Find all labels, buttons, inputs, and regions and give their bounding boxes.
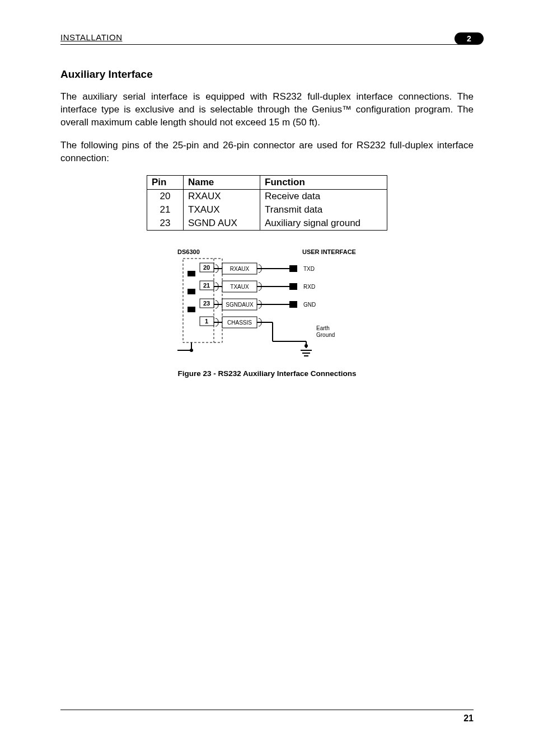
diagram-svg: DS6300 USER INTERFACE 20 21 23 1 <box>161 246 373 364</box>
pin-table: Pin Name Function 20 RXAUX Receive data … <box>147 175 387 231</box>
page-number: 21 <box>463 713 474 723</box>
signal-sgndaux: SGNDAUX <box>222 299 257 310</box>
remote-pad-gnd <box>289 301 297 308</box>
svg-point-35 <box>305 344 308 348</box>
chapter-badge: 2 <box>455 32 484 45</box>
cell-func: Receive data <box>260 189 387 203</box>
col-pin-header: Pin <box>147 175 184 189</box>
remote-label-gnd: GND <box>303 302 316 308</box>
cell-name: SGND AUX <box>184 217 260 231</box>
svg-rect-12 <box>188 307 195 312</box>
table-row: 20 RXAUX Receive data <box>147 189 387 203</box>
earth-label-1: Earth <box>316 325 330 331</box>
remote-label-rxd: RXD <box>303 284 315 290</box>
page-header: INSTALLATION <box>60 32 474 45</box>
diagram-right-title: USER INTERFACE <box>302 248 356 255</box>
svg-text:TXAUX: TXAUX <box>230 284 249 290</box>
section-title: Auxiliary Interface <box>60 68 474 81</box>
wiring-diagram: DS6300 USER INTERFACE 20 21 23 1 <box>60 246 474 364</box>
figure-caption: Figure 23 - RS232 Auxiliary Interface Co… <box>60 369 474 378</box>
pin-box-20: 20 <box>200 263 214 272</box>
remote-pad-rxd <box>289 283 297 290</box>
pin-box-1: 1 <box>200 317 214 326</box>
diagram-left-title: DS6300 <box>177 248 200 255</box>
svg-text:RXAUX: RXAUX <box>230 266 250 272</box>
earth-label-2: Ground <box>316 332 335 338</box>
col-func-header: Function <box>260 175 387 189</box>
col-name-header: Name <box>184 175 260 189</box>
remote-label-txd: TXD <box>303 266 315 272</box>
cell-pin: 21 <box>147 203 184 217</box>
cell-func: Transmit data <box>260 203 387 217</box>
cell-pin: 20 <box>147 189 184 203</box>
paragraph-2: The following pins of the 25-pin and 26-… <box>60 139 474 165</box>
svg-text:20: 20 <box>203 264 210 271</box>
table-row: 21 TXAUX Transmit data <box>147 203 387 217</box>
paragraph-1: The auxiliary serial interface is equipp… <box>60 91 474 129</box>
svg-text:23: 23 <box>203 300 210 307</box>
page-footer: 21 <box>60 710 474 724</box>
cell-pin: 23 <box>147 217 184 231</box>
pin-box-23: 23 <box>200 299 214 308</box>
table-header-row: Pin Name Function <box>147 175 387 189</box>
pin-box-21: 21 <box>200 281 214 290</box>
svg-text:CHASSIS: CHASSIS <box>227 320 252 326</box>
svg-text:SGNDAUX: SGNDAUX <box>226 302 254 308</box>
header-section-label: INSTALLATION <box>60 32 122 42</box>
svg-rect-11 <box>188 289 195 294</box>
cell-func: Auxiliary signal ground <box>260 217 387 231</box>
signal-rxaux: RXAUX <box>222 263 257 274</box>
remote-pad-txd <box>289 265 297 272</box>
cell-name: RXAUX <box>184 189 260 203</box>
svg-rect-10 <box>188 271 195 276</box>
svg-text:1: 1 <box>205 318 208 325</box>
table-row: 23 SGND AUX Auxiliary signal ground <box>147 217 387 231</box>
signal-chassis: CHASSIS <box>222 317 257 328</box>
signal-txaux: TXAUX <box>222 281 257 292</box>
cell-name: TXAUX <box>184 203 260 217</box>
svg-text:21: 21 <box>203 282 210 289</box>
